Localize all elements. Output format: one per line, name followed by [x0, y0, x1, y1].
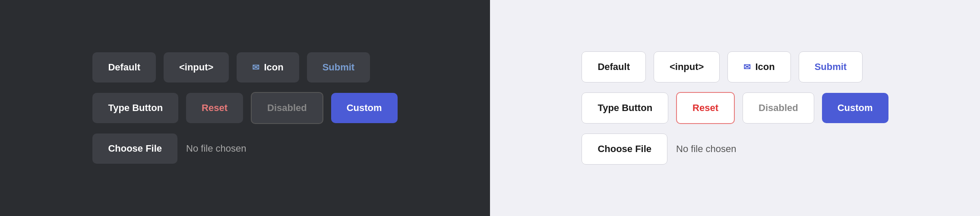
envelope-icon: ✉: [743, 62, 751, 72]
dark-no-file-text: No file chosen: [186, 143, 246, 154]
dark-row-2: Type Button Reset Disabled Custom: [92, 92, 397, 124]
icon-button-label: Icon: [755, 61, 775, 73]
dark-row-1: Default <input> ✉ Icon Submit: [92, 52, 370, 83]
dark-file-row: Choose File No file chosen: [92, 133, 246, 164]
envelope-icon: ✉: [252, 62, 259, 73]
light-no-file-text: No file chosen: [676, 143, 736, 155]
dark-type-button-button[interactable]: Type Button: [92, 93, 178, 123]
light-disabled-button: Disabled: [743, 92, 814, 124]
dark-panel: Default <input> ✉ Icon Submit Type Butto…: [0, 0, 490, 216]
dark-icon-button[interactable]: ✉ Icon: [237, 52, 299, 83]
dark-button-grid: Default <input> ✉ Icon Submit Type Butto…: [92, 52, 397, 164]
light-choose-file-button[interactable]: Choose File: [582, 133, 667, 165]
dark-custom-button[interactable]: Custom: [331, 93, 398, 123]
dark-disabled-button: Disabled: [251, 92, 323, 124]
icon-button-label: Icon: [264, 62, 283, 73]
light-button-grid: Default <input> ✉ Icon Submit Type Butto…: [582, 51, 888, 165]
dark-choose-file-button[interactable]: Choose File: [92, 133, 177, 164]
dark-default-button[interactable]: Default: [92, 52, 156, 83]
light-submit-button[interactable]: Submit: [799, 51, 863, 83]
dark-submit-button[interactable]: Submit: [307, 52, 370, 83]
light-row-2: Type Button Reset Disabled Custom: [582, 92, 888, 124]
light-type-button-button[interactable]: Type Button: [582, 92, 668, 124]
light-reset-button[interactable]: Reset: [676, 92, 735, 124]
light-input-button[interactable]: <input>: [654, 51, 720, 83]
light-custom-button[interactable]: Custom: [822, 93, 888, 123]
light-row-1: Default <input> ✉ Icon Submit: [582, 51, 863, 83]
light-default-button[interactable]: Default: [582, 51, 646, 83]
light-file-row: Choose File No file chosen: [582, 133, 736, 165]
dark-reset-button[interactable]: Reset: [186, 93, 243, 123]
light-icon-button[interactable]: ✉ Icon: [727, 51, 790, 83]
dark-input-button[interactable]: <input>: [164, 52, 229, 83]
light-panel: Default <input> ✉ Icon Submit Type Butto…: [490, 0, 980, 216]
